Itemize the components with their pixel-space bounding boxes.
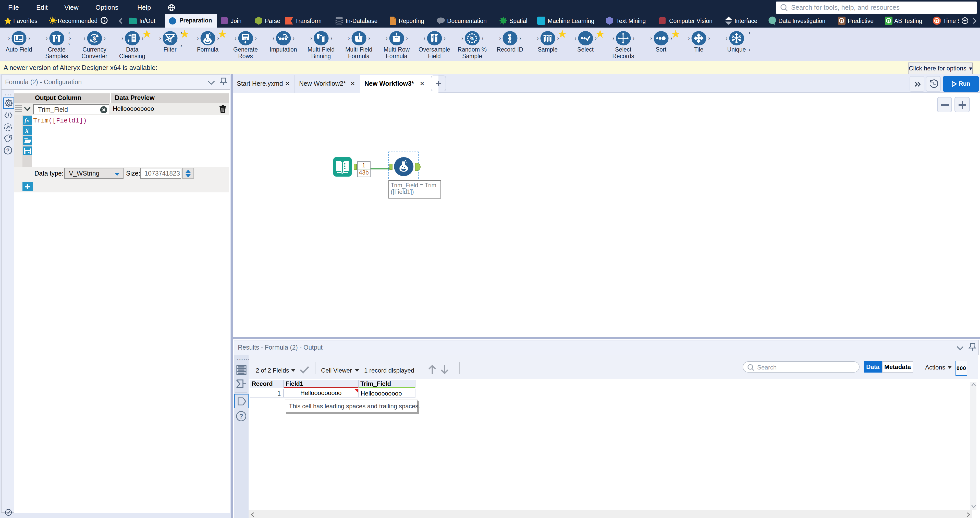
svg-text:X: X [24, 127, 29, 134]
svg-text:$: $ [93, 35, 96, 41]
svg-text:R: R [887, 18, 891, 24]
svg-text:R: R [840, 18, 843, 24]
svg-text:fx: fx [24, 117, 29, 124]
svg-text:2: 2 [509, 37, 511, 40]
svg-text:3: 3 [509, 40, 511, 43]
svg-text:?: ? [6, 147, 10, 154]
svg-text:R: R [935, 18, 939, 24]
svg-text:%: % [470, 35, 474, 41]
svg-text:1: 1 [509, 34, 511, 36]
svg-text:?: ? [239, 413, 243, 420]
